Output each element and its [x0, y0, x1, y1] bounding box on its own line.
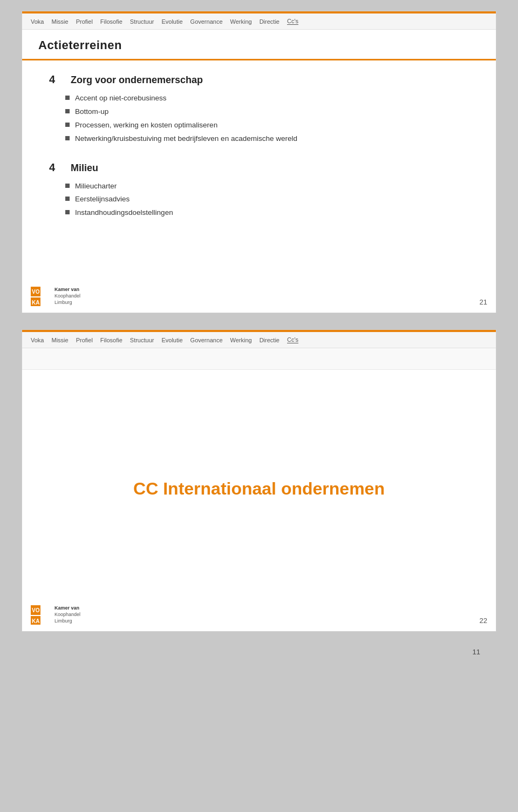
nav2-item-directie[interactable]: Directie: [260, 337, 280, 343]
bottom-page-number: 11: [16, 648, 502, 656]
bullet-icon: [65, 136, 70, 140]
bullet-text: Accent op niet-corebusiness: [75, 93, 167, 104]
slide2-logo: VO KA Kamer van Koophandel Limburg: [31, 605, 80, 625]
nav-item-voka[interactable]: Voka: [31, 18, 44, 25]
logo2-line3: Limburg: [54, 618, 80, 625]
slide1-page-number: 21: [480, 298, 487, 306]
nav2-item-werking[interactable]: Werking: [230, 337, 252, 343]
logo-line2: Koophandel: [54, 293, 80, 300]
nav2-item-ccs[interactable]: Cc's: [287, 336, 298, 343]
section-1-title: Zorg voor ondernemerschap: [71, 75, 203, 86]
nav2-item-missie[interactable]: Missie: [51, 337, 68, 343]
slide1-footer: VO KA Kamer van Koophandel Limburg 21: [31, 287, 487, 306]
section-2-title: Milieu: [71, 163, 98, 174]
slide2-header-empty: [22, 348, 496, 370]
page-wrapper: Voka Missie Profiel Filosofie Structuur …: [0, 0, 518, 667]
bullet-item: Instandhoudingsdoelstellingen: [65, 208, 469, 218]
logo2-line1: Kamer van: [54, 605, 80, 612]
slide-2: Voka Missie Profiel Filosofie Structuur …: [22, 329, 496, 632]
slide2-cc-content: CC Internationaal ondernemen: [22, 370, 496, 607]
bullet-text: Bottom-up: [75, 107, 108, 117]
bullet-text: Processen, werking en kosten optimaliser…: [75, 120, 217, 131]
bullet-text: Milieucharter: [75, 181, 117, 192]
svg-text:VO: VO: [32, 607, 40, 613]
bullet-item: Accent op niet-corebusiness: [65, 93, 469, 104]
logo-line1: Kamer van: [54, 287, 80, 293]
bullet-item: Milieucharter: [65, 181, 469, 192]
bullet-item: Bottom-up: [65, 107, 469, 117]
section-1-header: 4 Zorg voor ondernemerschap: [49, 73, 469, 86]
section-2: 4 Milieu Milieucharter Eerstelijnsadvies…: [49, 161, 469, 219]
bullet-item: Processen, werking en kosten optimaliser…: [65, 120, 469, 131]
nav2-item-filosofie[interactable]: Filosofie: [100, 337, 122, 343]
bullet-text: Instandhoudingsdoelstellingen: [75, 208, 173, 218]
slide1-logo-text: Kamer van Koophandel Limburg: [54, 287, 80, 306]
svg-text:KA: KA: [32, 300, 39, 306]
slide2-logo-text: Kamer van Koophandel Limburg: [54, 605, 80, 624]
bullet-icon: [65, 123, 70, 127]
slide1-logo: VO KA Kamer van Koophandel Limburg: [31, 287, 80, 306]
bullet-icon: [65, 210, 70, 214]
nav-item-structuur[interactable]: Structuur: [130, 18, 154, 25]
bullet-icon: [65, 96, 70, 100]
bullet-item: Netwerking/kruisbestuiving met bedrijfsl…: [65, 134, 469, 144]
bullet-text: Eerstelijnsadvies: [75, 194, 130, 205]
slide2-page-number: 22: [480, 617, 487, 625]
voka-logo-icon: VO KA: [31, 287, 50, 306]
slide1-content: 4 Zorg voor ondernemerschap Accent op ni…: [22, 60, 496, 268]
nav-item-filosofie[interactable]: Filosofie: [100, 18, 122, 25]
slide-1: Voka Missie Profiel Filosofie Structuur …: [22, 11, 496, 313]
nav2-item-evolutie[interactable]: Evolutie: [161, 337, 182, 343]
section-2-bullets: Milieucharter Eerstelijnsadvies Instandh…: [49, 181, 469, 219]
logo2-line2: Koophandel: [54, 612, 80, 618]
bullet-icon: [65, 197, 70, 201]
nav2-item-voka[interactable]: Voka: [31, 337, 44, 343]
logo-line3: Limburg: [54, 300, 80, 306]
nav-item-evolutie[interactable]: Evolutie: [161, 18, 182, 25]
nav2-item-structuur[interactable]: Structuur: [130, 337, 154, 343]
nav-item-missie[interactable]: Missie: [51, 18, 68, 25]
bullet-icon: [65, 184, 70, 188]
slide2-cc-title: CC Internationaal ondernemen: [133, 479, 385, 499]
section-1: 4 Zorg voor ondernemerschap Accent op ni…: [49, 73, 469, 144]
voka-logo-icon-2: VO KA: [31, 605, 50, 625]
slide1-title-area: Actieterreinen: [22, 30, 496, 60]
nav-item-profiel[interactable]: Profiel: [76, 18, 93, 25]
bullet-icon: [65, 109, 70, 113]
nav-item-ccs[interactable]: Cc's: [287, 18, 298, 25]
nav2-item-profiel[interactable]: Profiel: [76, 337, 93, 343]
section-2-header: 4 Milieu: [49, 161, 469, 174]
bullet-item: Eerstelijnsadvies: [65, 194, 469, 205]
section-1-number: 4: [49, 73, 62, 86]
slide2-footer: VO KA Kamer van Koophandel Limburg 22: [31, 605, 487, 625]
svg-text:KA: KA: [32, 618, 39, 624]
nav-item-directie[interactable]: Directie: [260, 18, 280, 25]
nav-item-werking[interactable]: Werking: [230, 18, 252, 25]
bullet-text: Netwerking/kruisbestuiving met bedrijfsl…: [75, 134, 297, 144]
nav-item-governance[interactable]: Governance: [190, 18, 223, 25]
svg-text:VO: VO: [32, 289, 40, 295]
nav2-item-governance[interactable]: Governance: [190, 337, 223, 343]
section-1-bullets: Accent op niet-corebusiness Bottom-up Pr…: [49, 93, 469, 144]
slide1-title: Actieterreinen: [38, 38, 122, 52]
slide1-nav: Voka Missie Profiel Filosofie Structuur …: [22, 13, 496, 30]
slide2-nav: Voka Missie Profiel Filosofie Structuur …: [22, 332, 496, 348]
section-2-number: 4: [49, 161, 62, 174]
